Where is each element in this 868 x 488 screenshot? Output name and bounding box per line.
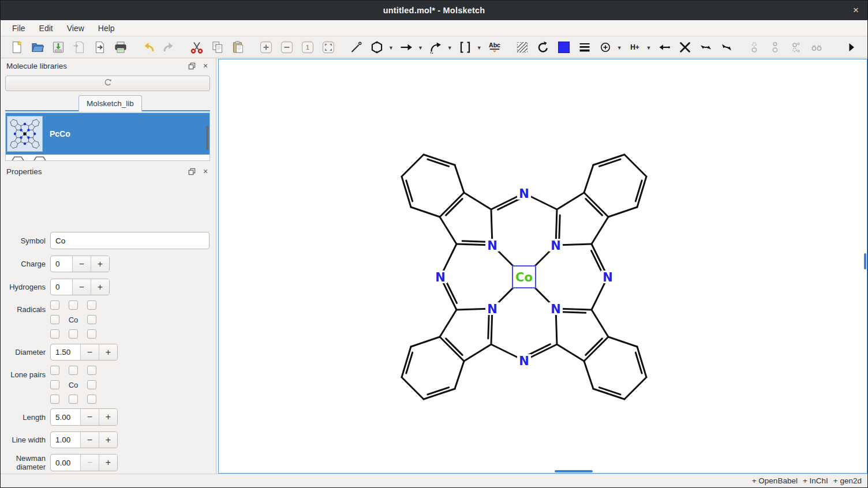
diameter-label: Diameter xyxy=(1,348,46,356)
delete-button[interactable] xyxy=(678,40,693,55)
drawing-canvas[interactable]: CoNNNNNNNN xyxy=(218,59,867,474)
symbol-field[interactable] xyxy=(50,232,209,249)
new-file-button[interactable] xyxy=(9,40,24,55)
menu-bar: File Edit View Help xyxy=(1,20,867,36)
library-item-pcco[interactable]: PcCo xyxy=(6,113,209,155)
length-minus-button[interactable]: − xyxy=(80,409,99,425)
menu-file[interactable]: File xyxy=(5,21,32,35)
mechanism-arrow-dropdown-icon[interactable]: ▼ xyxy=(447,43,452,51)
tab-molsketch-lib[interactable]: Molsketch_lib xyxy=(78,95,142,111)
radical-checkbox[interactable] xyxy=(69,329,78,339)
length-plus-button[interactable]: + xyxy=(99,409,117,425)
lone-pair-checkbox[interactable] xyxy=(87,366,96,375)
cut-button[interactable] xyxy=(189,40,204,55)
canvas-horizontal-scrollbar[interactable] xyxy=(555,470,593,472)
close-dock-icon[interactable]: × xyxy=(201,167,210,176)
lone-pair-checkbox[interactable] xyxy=(69,366,78,375)
radical-checkbox[interactable] xyxy=(87,315,96,324)
draw-bond-button[interactable] xyxy=(349,40,364,55)
charge-dropdown-icon[interactable]: ▼ xyxy=(617,43,622,51)
line-width-value[interactable]: 1.00 xyxy=(51,432,80,448)
reaction-arrow-button[interactable] xyxy=(399,40,414,55)
float-dock-icon[interactable] xyxy=(187,167,196,176)
flip-vertical-button[interactable] xyxy=(719,40,734,55)
float-dock-icon[interactable] xyxy=(187,61,196,70)
radical-checkbox[interactable] xyxy=(50,301,59,310)
library-item-next-partial[interactable] xyxy=(6,155,209,161)
undo-button[interactable] xyxy=(141,40,156,55)
brackets-dropdown-icon[interactable]: ▼ xyxy=(477,43,482,51)
library-scrollbar[interactable] xyxy=(206,126,208,150)
line-width-button[interactable] xyxy=(577,40,592,55)
line-width-minus-button[interactable]: − xyxy=(80,432,99,448)
status-openbabel: + OpenBabel xyxy=(752,476,798,485)
copy-button[interactable] xyxy=(210,40,225,55)
charge-button[interactable] xyxy=(598,40,613,55)
hydrogens-plus-button[interactable]: + xyxy=(91,279,109,295)
save-file-button[interactable] xyxy=(51,40,66,55)
lone-pair-checkbox[interactable] xyxy=(50,366,59,375)
lasso-selection-button[interactable] xyxy=(515,40,530,55)
brackets-button[interactable] xyxy=(458,40,473,55)
hydrogens-dropdown-icon[interactable]: ▼ xyxy=(646,43,652,51)
paste-button[interactable] xyxy=(231,40,246,55)
zoom-out-button[interactable] xyxy=(279,40,294,55)
radical-checkbox[interactable] xyxy=(87,301,96,310)
window-title: untitled.mol* - Molsketch xyxy=(383,6,485,15)
lone-pair-checkbox[interactable] xyxy=(50,380,59,389)
newman-diameter-plus-button[interactable]: + xyxy=(99,455,117,471)
close-window-icon[interactable]: × xyxy=(850,5,862,16)
lone-pair-checkbox[interactable] xyxy=(50,395,59,404)
export-file-button[interactable] xyxy=(92,40,107,55)
charge-plus-button[interactable]: + xyxy=(91,256,109,272)
color-swatch-button[interactable] xyxy=(556,40,571,55)
flip-horizontal-button[interactable] xyxy=(698,40,713,55)
radical-checkbox[interactable] xyxy=(87,329,96,339)
rotate-button[interactable] xyxy=(536,40,551,55)
print-button[interactable] xyxy=(113,40,128,55)
redo-button[interactable] xyxy=(162,40,177,55)
title-bar[interactable]: untitled.mol* - Molsketch × xyxy=(1,1,867,20)
menu-edit[interactable]: Edit xyxy=(32,21,60,35)
newman-diameter-value[interactable]: 0.00 xyxy=(51,455,80,471)
zoom-fit-button[interactable] xyxy=(321,40,336,55)
lone-pair-checkbox[interactable] xyxy=(69,395,78,404)
charge-minus-button[interactable]: − xyxy=(72,256,91,272)
reaction-arrow-dropdown-icon[interactable]: ▼ xyxy=(418,43,423,51)
mechanism-arrow-button[interactable] xyxy=(428,40,443,55)
import-file-button[interactable] xyxy=(72,40,87,55)
lone-pair-checkbox[interactable] xyxy=(87,395,96,404)
lone-pair-checkbox[interactable] xyxy=(87,380,96,389)
toolbar-overflow-button[interactable] xyxy=(844,40,859,55)
svg-text:N: N xyxy=(519,354,529,368)
zoom-in-button[interactable] xyxy=(259,40,274,55)
radical-checkbox[interactable] xyxy=(50,315,59,324)
menu-help[interactable]: Help xyxy=(91,21,122,35)
open-file-button[interactable] xyxy=(30,40,45,55)
close-dock-icon[interactable]: × xyxy=(201,61,210,70)
insert-text-button[interactable]: Abc xyxy=(487,40,502,55)
refresh-icon xyxy=(103,77,113,90)
diameter-minus-button[interactable]: − xyxy=(80,344,99,360)
canvas-vertical-scrollbar[interactable] xyxy=(864,253,866,269)
charge-value[interactable]: 0 xyxy=(51,256,72,272)
svg-text:N: N xyxy=(551,239,561,253)
insert-ring-dropdown-icon[interactable]: ▼ xyxy=(388,43,394,51)
refresh-libraries-button[interactable] xyxy=(5,76,210,91)
line-width-plus-button[interactable]: + xyxy=(99,432,117,448)
insert-ring-button[interactable] xyxy=(369,40,384,55)
hydrogens-button[interactable]: H+ xyxy=(627,40,642,55)
menu-view[interactable]: View xyxy=(60,21,91,35)
diameter-plus-button[interactable]: + xyxy=(99,344,117,360)
hydrogens-value[interactable]: 0 xyxy=(51,279,72,295)
remove-hydrogen-button[interactable] xyxy=(657,40,672,55)
radical-checkbox[interactable] xyxy=(69,301,78,310)
zoom-original-button[interactable]: 1 xyxy=(300,40,315,55)
molecule-libraries-dock: Molecule libraries × Molsketch_lib PcCo xyxy=(1,58,216,164)
diameter-value[interactable]: 1.50 xyxy=(51,344,80,360)
length-value[interactable]: 5.00 xyxy=(51,409,80,425)
library-tabbar: Molsketch_lib xyxy=(5,95,210,111)
radical-checkbox[interactable] xyxy=(50,329,59,339)
newman-diameter-minus-button[interactable]: − xyxy=(80,455,99,471)
hydrogens-minus-button[interactable]: − xyxy=(72,279,91,295)
